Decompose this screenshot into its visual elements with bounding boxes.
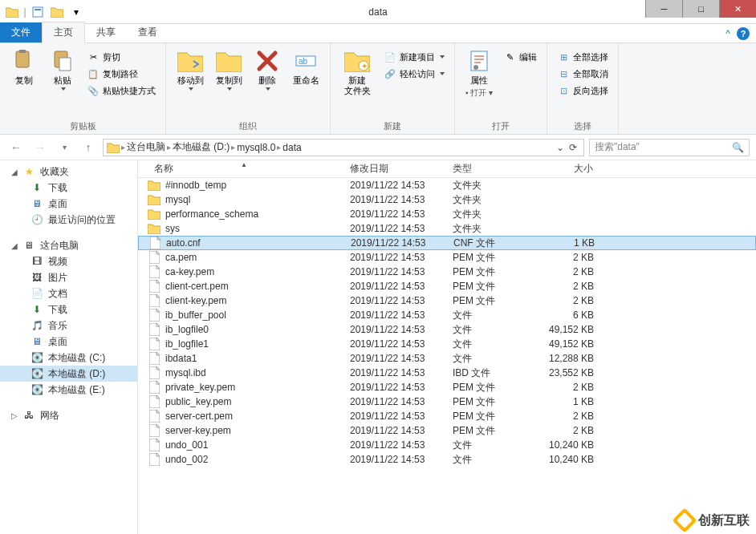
cut-button[interactable]: ✂剪切 — [83, 50, 159, 64]
file-icon — [148, 280, 161, 293]
col-header-name[interactable]: ▲名称 — [138, 162, 343, 176]
file-icon — [148, 338, 161, 350]
svg-text:✦: ✦ — [361, 62, 368, 71]
folder-icon — [148, 179, 161, 192]
list-item[interactable]: sys2019/11/22 14:53文件夹 — [138, 221, 756, 236]
file-type: 文件夹 — [446, 179, 539, 192]
sidebar-desktop[interactable]: 🖥桌面 — [0, 196, 137, 212]
invertselect-button[interactable]: ⊡反向选择 — [554, 83, 612, 98]
paste-button[interactable]: 粘贴 — [45, 47, 80, 92]
qat-sep: | — [22, 3, 27, 21]
list-item[interactable]: client-cert.pem2019/11/22 14:53PEM 文件2 K… — [138, 279, 756, 293]
pasteshortcut-button[interactable]: 📎粘贴快捷方式 — [83, 83, 159, 98]
column-headers[interactable]: ▲名称 修改日期 类型 大小 — [138, 160, 756, 178]
refresh-icon[interactable]: ⟳ — [569, 142, 577, 153]
list-item[interactable]: #innodb_temp2019/11/22 14:53文件夹 — [138, 178, 756, 192]
newfolder-button[interactable]: ✦ 新建 文件夹 — [337, 47, 377, 98]
selectnone-button[interactable]: ⊟全部取消 — [554, 67, 612, 81]
sidebar-thispc[interactable]: ◢🖥这台电脑 — [0, 237, 137, 253]
breadcrumb-seg[interactable]: data — [282, 142, 301, 153]
list-item[interactable]: ca.pem2019/11/22 14:53PEM 文件2 KB — [138, 250, 756, 265]
breadcrumb-seg[interactable]: 本地磁盘 (D:) — [173, 140, 230, 154]
breadcrumb-seg[interactable]: 这台电脑 — [127, 140, 165, 154]
list-item[interactable]: client-key.pem2019/11/22 14:53PEM 文件2 KB — [138, 293, 756, 308]
file-name: server-key.pem — [165, 425, 231, 436]
sidebar-diskc[interactable]: 💽本地磁盘 (C:) — [0, 350, 137, 366]
search-input[interactable]: 搜索"data" 🔍 — [589, 139, 750, 156]
list-item[interactable]: private_key.pem2019/11/22 14:53PEM 文件2 K… — [138, 380, 756, 394]
nav-recent-button[interactable]: ▾ — [55, 138, 74, 157]
sidebar-downloads[interactable]: ⬇下载 — [0, 180, 137, 196]
sidebar-favorites[interactable]: ◢★收藏夹 — [0, 164, 137, 180]
rename-button[interactable]: ab 重命名 — [288, 47, 323, 87]
col-header-modified[interactable]: 修改日期 — [343, 162, 446, 176]
close-button[interactable]: ✕ — [719, 0, 756, 18]
sidebar-pictures[interactable]: 🖼图片 — [0, 269, 137, 285]
list-item[interactable]: mysql.ibd2019/11/22 14:53IBD 文件23,552 KB — [138, 366, 756, 380]
list-item[interactable]: ca-key.pem2019/11/22 14:53PEM 文件2 KB — [138, 265, 756, 279]
delete-button[interactable]: 删除 — [250, 47, 285, 92]
list-item[interactable]: ib_logfile12019/11/22 14:53文件49,152 KB — [138, 337, 756, 351]
sidebar-music[interactable]: 🎵音乐 — [0, 318, 137, 334]
list-item[interactable]: server-cert.pem2019/11/22 14:53PEM 文件2 K… — [138, 409, 756, 423]
sidebar-videos[interactable]: 🎞视频 — [0, 253, 137, 269]
sidebar-diske[interactable]: 💽本地磁盘 (E:) — [0, 382, 137, 398]
tab-view[interactable]: 查看 — [127, 22, 169, 42]
file-modified: 2019/11/22 14:53 — [343, 396, 446, 407]
sidebar-documents[interactable]: 📄文档 — [0, 285, 137, 301]
nav-forward-button[interactable]: → — [30, 138, 50, 157]
list-item[interactable]: ib_logfile02019/11/22 14:53文件49,152 KB — [138, 322, 756, 337]
address-input[interactable]: ▸这台电脑 ▸本地磁盘 (D:) ▸mysql8.0 ▸data ⌄ ⟳ — [103, 139, 584, 156]
qat-properties-icon[interactable] — [29, 3, 47, 21]
group-label-clipboard: 剪贴板 — [6, 119, 159, 132]
tab-home[interactable]: 主页 — [42, 22, 85, 43]
minimize-button[interactable]: ─ — [645, 0, 682, 18]
nav-back-button[interactable]: ← — [6, 138, 26, 157]
file-modified: 2019/11/22 14:53 — [343, 194, 446, 205]
ribbon-collapse-icon[interactable]: ^ — [726, 28, 730, 39]
copypath-button[interactable]: 📋复制路径 — [83, 67, 159, 81]
folder-icon — [148, 222, 161, 235]
moveto-button[interactable]: 移动到 — [173, 47, 208, 92]
list-item[interactable]: performance_schema2019/11/22 14:53文件夹 — [138, 207, 756, 221]
col-header-size[interactable]: 大小 — [539, 162, 604, 176]
qat-folder-icon[interactable] — [3, 3, 21, 21]
nav-up-button[interactable]: ↑ — [79, 138, 98, 157]
list-item[interactable]: undo_0012019/11/22 14:53文件10,240 KB — [138, 438, 756, 452]
easyaccess-button[interactable]: 🔗轻松访问 — [380, 67, 448, 81]
newitem-button[interactable]: 📄新建项目 — [380, 50, 448, 64]
file-size: 1 KB — [539, 396, 604, 407]
edit-button[interactable]: ✎编辑 — [500, 50, 540, 64]
list-item[interactable]: mysql2019/11/22 14:53文件夹 — [138, 192, 756, 207]
sidebar-diskd[interactable]: 💽本地磁盘 (D:) — [0, 366, 137, 382]
list-item[interactable]: ib_buffer_pool2019/11/22 14:53文件6 KB — [138, 308, 756, 322]
file-size: 49,152 KB — [539, 324, 604, 335]
selectall-button[interactable]: ⊞全部选择 — [554, 50, 612, 64]
list-item[interactable]: undo_0022019/11/22 14:53文件10,240 KB — [138, 452, 756, 467]
sidebar-desktop2[interactable]: 🖥桌面 — [0, 334, 137, 350]
tab-share[interactable]: 共享 — [85, 22, 127, 42]
file-icon — [148, 453, 161, 466]
qat-dropdown[interactable]: ▾ — [67, 3, 85, 21]
sidebar-recent[interactable]: 🕘最近访问的位置 — [0, 212, 137, 228]
file-icon — [148, 366, 161, 379]
sidebar-downloads2[interactable]: ⬇下载 — [0, 301, 137, 318]
help-icon[interactable]: ? — [737, 27, 750, 40]
address-dropdown-icon[interactable]: ⌄ — [556, 142, 564, 153]
list-item[interactable]: ibdata12019/11/22 14:53文件12,288 KB — [138, 351, 756, 366]
file-icon — [148, 381, 161, 394]
sidebar-network[interactable]: ▷🖧网络 — [0, 407, 137, 423]
tab-file[interactable]: 文件 — [0, 22, 42, 42]
breadcrumb-seg[interactable]: mysql8.0 — [237, 142, 275, 153]
file-name: public_key.pem — [165, 396, 232, 407]
col-header-type[interactable]: 类型 — [446, 162, 539, 176]
properties-button[interactable]: 属性 ▪ 打开 ▾ — [461, 47, 497, 100]
copy-button[interactable]: 复制 — [6, 47, 42, 87]
list-item[interactable]: public_key.pem2019/11/22 14:53PEM 文件1 KB — [138, 394, 756, 409]
qat-newfolder-icon[interactable] — [48, 3, 66, 21]
copyto-button[interactable]: 复制到 — [211, 47, 246, 92]
list-item[interactable]: server-key.pem2019/11/22 14:53PEM 文件2 KB — [138, 423, 756, 438]
file-icon — [148, 294, 161, 307]
maximize-button[interactable]: □ — [682, 0, 719, 18]
list-item[interactable]: auto.cnf2019/11/22 14:53CNF 文件1 KB — [138, 236, 756, 250]
